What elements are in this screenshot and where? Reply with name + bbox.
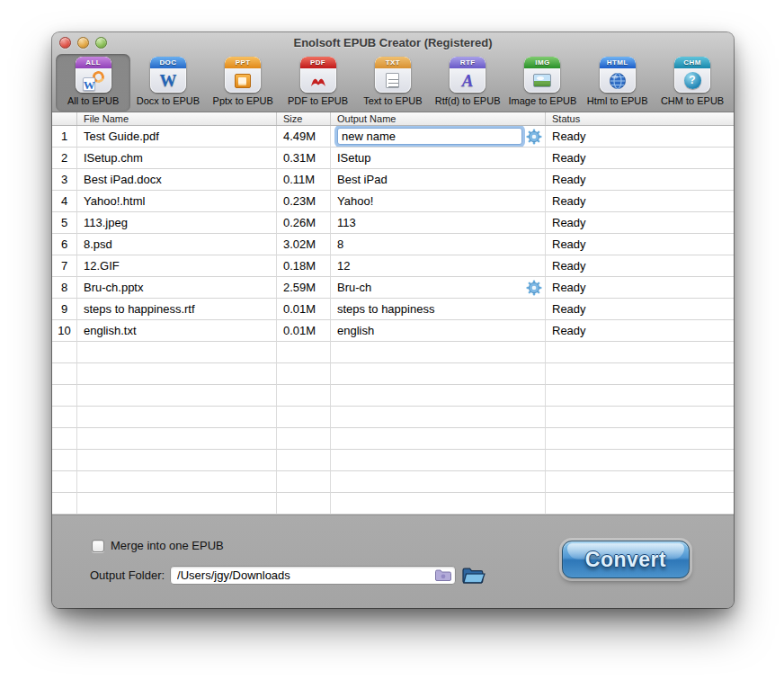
bottom-panel: Merge into one EPUB Output Folder: Conve… bbox=[52, 514, 734, 608]
table-row[interactable]: 10 english.txt 0.01M english Ready bbox=[52, 320, 734, 342]
toolbar-item-all-to-epub[interactable]: ALL W All to EPUB bbox=[56, 54, 130, 112]
column-header-file-name[interactable]: File Name bbox=[77, 112, 277, 125]
window-title: Enolsoft EPUB Creator (Registered) bbox=[52, 36, 734, 49]
merge-checkbox-label: Merge into one EPUB bbox=[111, 539, 224, 552]
toolbar-item-html-to-epub[interactable]: HTML Html to EPUB bbox=[580, 54, 655, 112]
cell-size: 0.01M bbox=[277, 320, 331, 342]
table-row[interactable]: 9 steps to happiness.rtf 0.01M steps to … bbox=[52, 299, 734, 320]
convert-button[interactable]: Convert bbox=[562, 541, 690, 578]
file-table: File Name Size Output Name Status 1 Test… bbox=[52, 112, 734, 514]
cell-output-name: Yahoo! bbox=[331, 191, 546, 212]
cell-row-number: 8 bbox=[52, 277, 77, 299]
cell-file-name: ISetup.chm bbox=[77, 148, 277, 169]
empty-row bbox=[52, 385, 734, 407]
cell-output-name: Best iPad bbox=[331, 169, 546, 191]
cell-output-name: steps to happiness bbox=[331, 299, 546, 320]
cell-file-name: Best iPad.docx bbox=[77, 169, 277, 191]
toolbar-item-label: Text to EPUB bbox=[363, 95, 422, 106]
column-header-output-name[interactable]: Output Name bbox=[331, 112, 546, 125]
cell-size: 3.02M bbox=[277, 234, 331, 255]
table-row[interactable]: 7 12.GIF 0.18M 12 Ready bbox=[52, 255, 734, 277]
output-folder-field bbox=[170, 566, 456, 585]
empty-row bbox=[52, 471, 734, 493]
toolbar-item-label: Docx to EPUB bbox=[137, 95, 200, 106]
cell-size: 0.18M bbox=[277, 255, 331, 277]
cell-file-name: Test Guide.pdf bbox=[77, 126, 277, 148]
cell-row-number: 2 bbox=[52, 148, 77, 169]
cell-file-name: Yahoo!.html bbox=[77, 191, 277, 212]
table-row[interactable]: 1 Test Guide.pdf 4.49M Ready bbox=[52, 126, 734, 148]
output-folder-label: Output Folder: bbox=[90, 568, 165, 582]
text-to-epub-icon: TXT bbox=[375, 57, 411, 93]
rtf-to-epub-icon: RTF A bbox=[450, 57, 486, 93]
cell-row-number: 3 bbox=[52, 169, 77, 191]
cell-file-name: steps to happiness.rtf bbox=[77, 299, 277, 320]
cell-status: Ready bbox=[546, 234, 734, 255]
output-folder-row: Output Folder: bbox=[90, 566, 486, 585]
output-name-input[interactable] bbox=[337, 128, 522, 145]
cell-file-name: 8.psd bbox=[77, 234, 277, 255]
cell-status: Ready bbox=[546, 169, 734, 191]
rename-gear-icon[interactable] bbox=[526, 129, 542, 145]
toolbar: ALL W All to EPUB DOC W Docx to EPUB PPT… bbox=[56, 53, 730, 112]
toolbar-item-pdf-to-epub[interactable]: PDF PDF to EPUB bbox=[281, 54, 355, 112]
column-header-status[interactable]: Status bbox=[546, 112, 734, 125]
cell-row-number: 7 bbox=[52, 255, 77, 277]
cell-status: Ready bbox=[546, 212, 734, 234]
merge-checkbox[interactable] bbox=[92, 540, 104, 552]
cell-status: Ready bbox=[546, 320, 734, 342]
cell-output-name: 12 bbox=[331, 255, 546, 277]
pdf-to-epub-icon: PDF bbox=[300, 57, 336, 93]
toolbar-item-label: PDF to EPUB bbox=[288, 95, 348, 106]
html-to-epub-icon: HTML bbox=[600, 57, 636, 93]
cell-status: Ready bbox=[546, 148, 734, 169]
table-row[interactable]: 2 ISetup.chm 0.31M ISetup Ready bbox=[52, 148, 734, 169]
chm-to-epub-icon: CHM ? bbox=[674, 57, 710, 93]
app-window: Enolsoft EPUB Creator (Registered) ALL W… bbox=[52, 32, 734, 608]
toolbar-item-pptx-to-epub[interactable]: PPT Pptx to EPUB bbox=[206, 54, 281, 112]
titlebar[interactable]: Enolsoft EPUB Creator (Registered) bbox=[52, 32, 734, 52]
table-header: File Name Size Output Name Status bbox=[52, 112, 734, 126]
table-row[interactable]: 3 Best iPad.docx 0.11M Best iPad Ready bbox=[52, 169, 734, 191]
cell-size: 0.31M bbox=[277, 148, 331, 169]
pptx-to-epub-icon: PPT bbox=[225, 57, 261, 93]
cell-row-number: 1 bbox=[52, 126, 77, 148]
table-row[interactable]: 5 113.jpeg 0.26M 113 Ready bbox=[52, 212, 734, 234]
table-row[interactable]: 8 Bru-ch.pptx 2.59M Bru-ch Ready bbox=[52, 277, 734, 299]
empty-row bbox=[52, 363, 734, 385]
toolbar-item-docx-to-epub[interactable]: DOC W Docx to EPUB bbox=[130, 54, 205, 112]
toolbar-item-image-to-epub[interactable]: IMG Image to EPUB bbox=[505, 54, 580, 112]
empty-row bbox=[52, 407, 734, 428]
toolbar-item-label: CHM to EPUB bbox=[661, 95, 724, 106]
column-header-index[interactable] bbox=[52, 112, 77, 125]
choose-folder-icon[interactable] bbox=[434, 568, 452, 582]
open-folder-icon[interactable] bbox=[461, 566, 486, 585]
cell-status: Ready bbox=[546, 126, 734, 148]
table-row[interactable]: 4 Yahoo!.html 0.23M Yahoo! Ready bbox=[52, 191, 734, 212]
cell-file-name: Bru-ch.pptx bbox=[77, 277, 277, 299]
output-folder-input[interactable] bbox=[170, 566, 456, 585]
rename-gear-icon[interactable] bbox=[526, 280, 542, 296]
table-row[interactable]: 6 8.psd 3.02M 8 Ready bbox=[52, 234, 734, 255]
cell-size: 0.23M bbox=[277, 191, 331, 212]
column-header-size[interactable]: Size bbox=[277, 112, 331, 125]
cell-output-name: 8 bbox=[331, 234, 546, 255]
window-chrome: Enolsoft EPUB Creator (Registered) ALL W… bbox=[52, 32, 734, 112]
cell-size: 2.59M bbox=[277, 277, 331, 299]
cell-row-number: 10 bbox=[52, 320, 77, 342]
empty-row bbox=[52, 493, 734, 514]
cell-status: Ready bbox=[546, 299, 734, 320]
toolbar-item-label: Html to EPUB bbox=[587, 95, 648, 106]
toolbar-item-text-to-epub[interactable]: TXT Text to EPUB bbox=[355, 54, 430, 112]
merge-option: Merge into one EPUB bbox=[92, 539, 224, 552]
cell-file-name: 113.jpeg bbox=[77, 212, 277, 234]
cell-row-number: 9 bbox=[52, 299, 77, 320]
toolbar-item-rtf-to-epub[interactable]: RTF A Rtf(d) to EPUB bbox=[430, 54, 504, 112]
toolbar-item-chm-to-epub[interactable]: CHM ? CHM to EPUB bbox=[655, 54, 729, 112]
cell-output-name: 113 bbox=[331, 212, 546, 234]
empty-row bbox=[52, 450, 734, 471]
cell-status: Ready bbox=[546, 191, 734, 212]
cell-size: 0.11M bbox=[277, 169, 331, 191]
cell-output-name bbox=[331, 126, 546, 148]
toolbar-item-label: Image to EPUB bbox=[509, 95, 577, 106]
